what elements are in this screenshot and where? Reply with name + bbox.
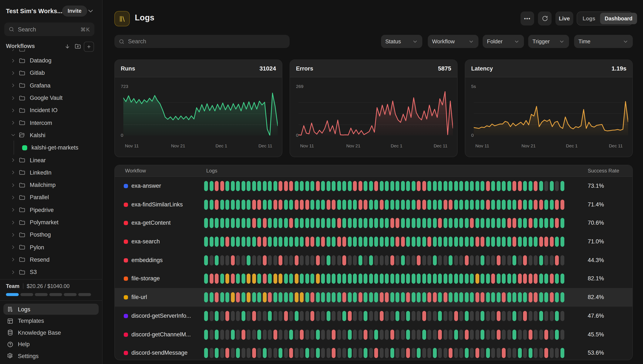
logs-search-input[interactable]: Search [114,35,290,48]
log-bar-empty[interactable] [332,311,336,321]
log-bar-success[interactable] [449,236,453,247]
log-bar-success[interactable] [263,348,266,358]
log-bar-error[interactable] [231,255,235,266]
log-bar-success[interactable] [252,236,256,247]
log-bar-success[interactable] [465,311,469,321]
log-bar-success[interactable] [220,218,224,228]
log-bar-success[interactable] [374,292,378,302]
log-bar-error[interactable] [263,274,266,284]
log-bar-empty[interactable] [209,330,213,340]
log-bar-error[interactable] [512,181,516,191]
log-bar-success[interactable] [289,236,293,247]
log-bar-success[interactable] [204,200,208,210]
log-bar-empty[interactable] [257,255,261,266]
tab-dashboard[interactable]: Dashboard [600,13,637,24]
log-bar-error[interactable] [470,218,474,228]
log-bar-success[interactable] [539,292,543,302]
log-bar-empty[interactable] [321,255,325,266]
log-bar-success[interactable] [215,311,219,321]
log-bar-success[interactable] [236,236,240,247]
log-bar-empty[interactable] [449,330,453,340]
log-bar-success[interactable] [465,274,469,284]
log-bar-success[interactable] [422,330,426,340]
sidebar-search-input[interactable]: Search ⌘K [4,22,94,36]
log-bar-success[interactable] [379,218,383,228]
log-bar-error[interactable] [502,292,506,302]
log-bar-empty[interactable] [475,255,479,266]
log-bar-success[interactable] [284,274,288,284]
table-row-exa-findSimilarLinks[interactable]: exa-findSimilarLinks71.4% [115,195,632,214]
log-bar-success[interactable] [502,236,506,247]
log-bar-empty[interactable] [326,348,330,358]
log-bar-success[interactable] [481,255,484,266]
log-bar-empty[interactable] [342,348,346,358]
log-bar-empty[interactable] [459,330,463,340]
log-bar-success[interactable] [247,200,251,210]
log-bar-success[interactable] [236,218,240,228]
folder-item-mailchimp[interactable]: Mailchimp [0,179,102,191]
log-bar-empty[interactable] [411,255,415,266]
log-bar-success[interactable] [332,292,336,302]
log-bar-error[interactable] [507,218,511,228]
log-bar-success[interactable] [369,292,373,302]
log-bar-warning[interactable] [316,274,320,284]
log-bar-empty[interactable] [534,311,538,321]
folder-item-s3[interactable]: S3 [0,266,102,278]
log-bar-empty[interactable] [454,348,458,358]
log-bar-empty[interactable] [342,330,346,340]
log-bar-empty[interactable] [284,348,288,358]
log-bar-empty[interactable] [374,255,378,266]
log-bar-success[interactable] [390,292,394,302]
log-bar-success[interactable] [284,200,288,210]
log-bar-success[interactable] [342,218,346,228]
log-bar-empty[interactable] [226,330,229,340]
log-bar-success[interactable] [300,274,304,284]
log-bar-success[interactable] [502,200,506,210]
log-bar-error[interactable] [226,236,229,247]
log-bar-empty[interactable] [486,311,490,321]
log-bar-success[interactable] [512,311,516,321]
log-bar-success[interactable] [528,200,532,210]
log-bar-success[interactable] [481,274,484,284]
table-row-file-storage[interactable]: file-storage82.1% [115,270,632,288]
log-bar-error[interactable] [358,181,362,191]
log-bar-success[interactable] [316,236,320,247]
log-bar-success[interactable] [231,236,235,247]
log-bar-success[interactable] [279,236,282,247]
log-bar-empty[interactable] [512,348,516,358]
log-bar-success[interactable] [300,181,304,191]
log-bar-success[interactable] [427,218,431,228]
filter-time[interactable]: Time [574,35,633,48]
log-bar-empty[interactable] [379,330,383,340]
log-bar-error[interactable] [406,292,410,302]
log-bar-success[interactable] [481,181,484,191]
log-bar-success[interactable] [268,218,272,228]
log-bar-success[interactable] [257,274,261,284]
log-bar-empty[interactable] [539,330,543,340]
log-bar-success[interactable] [497,218,500,228]
log-bar-empty[interactable] [284,255,288,266]
log-bar-empty[interactable] [300,348,304,358]
log-bar-empty[interactable] [358,348,362,358]
log-bar-success[interactable] [411,218,415,228]
log-bar-error[interactable] [539,236,543,247]
log-bar-empty[interactable] [507,255,511,266]
log-bar-success[interactable] [417,274,420,284]
log-bar-success[interactable] [204,218,208,228]
log-bar-error[interactable] [305,236,309,247]
log-bar-empty[interactable] [470,311,474,321]
log-bar-success[interactable] [326,311,330,321]
log-bar-error[interactable] [215,200,219,210]
log-bar-empty[interactable] [411,311,415,321]
log-bar-success[interactable] [204,274,208,284]
log-bar-error[interactable] [332,348,336,358]
log-bar-error[interactable] [263,236,266,247]
log-bar-success[interactable] [374,274,378,284]
sidebar-item-settings[interactable]: Settings [4,350,99,362]
log-bar-error[interactable] [427,236,431,247]
log-bar-error[interactable] [544,330,548,340]
log-bar-error[interactable] [252,200,256,210]
log-bar-error[interactable] [449,348,453,358]
log-bar-success[interactable] [438,181,442,191]
log-bar-empty[interactable] [534,255,538,266]
